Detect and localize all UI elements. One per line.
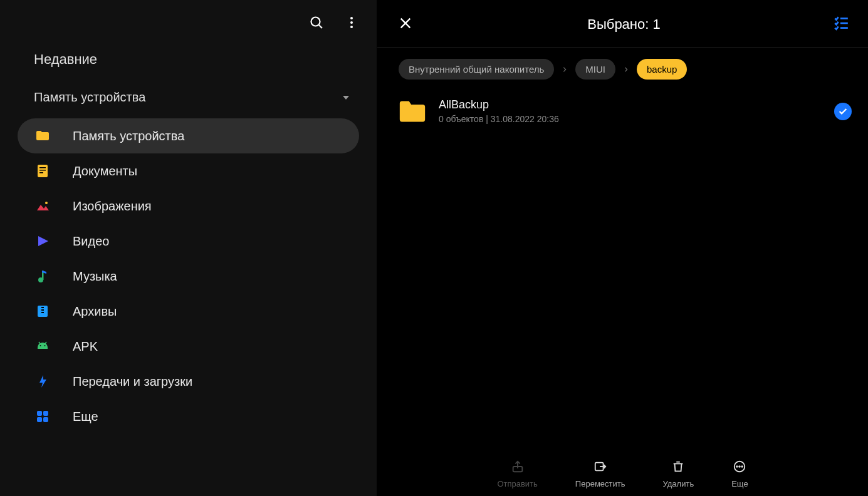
file-list: AllBackup 0 объектов | 31.08.2022 20:36 [377,91,868,448]
svg-line-18 [39,342,40,344]
selection-title: Выбрано: 1 [587,16,660,33]
breadcrumb: Внутренний общий накопитель MIUI backup [377,48,868,91]
close-icon [399,16,412,30]
document-icon [35,163,50,178]
chevron-down-icon [343,96,349,100]
nav-label: Память устройства [73,129,184,143]
nav-label: Видео [73,234,109,249]
svg-rect-20 [37,411,42,416]
svg-point-9 [45,202,48,204]
svg-point-34 [742,466,743,467]
svg-rect-5 [38,165,48,177]
svg-point-17 [44,345,46,346]
search-icon [309,15,324,30]
action-delete[interactable]: Удалить [663,459,694,488]
svg-point-2 [350,17,353,19]
section-title-recent: Недавние [0,40,377,80]
nav-item-storage[interactable]: Память устройства [18,118,359,153]
transfer-icon [35,374,50,389]
move-icon [593,459,608,474]
main-panel: Выбрано: 1 Внутренний общий накопитель M… [377,0,868,496]
grid-icon [35,409,50,424]
folder-icon [35,128,50,143]
svg-rect-13 [41,307,44,308]
sidebar: Недавние Память устройства Память устрой… [0,0,377,496]
more-options-button[interactable] [344,15,359,30]
svg-point-33 [739,466,740,467]
svg-point-0 [311,18,320,26]
nav-list: Память устройства Документы Изображения … [0,115,377,434]
file-info: AllBackup 0 объектов | 31.08.2022 20:36 [439,98,822,124]
action-more[interactable]: Еще [731,459,748,488]
more-icon [732,459,747,474]
checkbox-checked[interactable] [834,103,852,120]
file-name: AllBackup [439,98,822,111]
trash-icon [671,459,686,474]
nav-label: Изображения [73,199,152,214]
android-icon [35,339,50,354]
nav-item-archives[interactable]: Архивы [18,294,359,329]
nav-item-music[interactable]: Музыка [18,259,359,294]
svg-point-32 [736,466,738,467]
select-all-button[interactable] [833,15,849,33]
svg-point-3 [350,21,353,24]
svg-rect-21 [43,411,48,416]
nav-label: Документы [73,164,137,178]
video-icon [35,234,50,249]
breadcrumb-item[interactable]: MIUI [575,59,615,80]
nav-label: APK [73,339,98,354]
main-header: Выбрано: 1 [377,0,868,48]
file-meta: 0 объектов | 31.08.2022 20:36 [439,114,822,124]
action-move[interactable]: Переместить [575,459,625,488]
image-icon [35,199,50,214]
nav-label: Еще [73,410,98,424]
storage-dropdown[interactable]: Память устройства [0,80,377,115]
search-button[interactable] [309,15,324,30]
bottom-action-bar: Отправить Переместить Удалить Еще [377,448,868,496]
action-label: Отправить [497,479,537,488]
nav-item-more[interactable]: Еще [18,399,359,434]
nav-item-transfers[interactable]: Передачи и загрузки [18,364,359,399]
nav-item-videos[interactable]: Видео [18,224,359,259]
breadcrumb-item-current[interactable]: backup [637,59,687,80]
action-label: Еще [731,479,748,488]
action-label: Удалить [663,479,694,488]
svg-line-1 [319,25,322,28]
nav-item-documents[interactable]: Документы [18,153,359,189]
chevron-right-icon [562,65,568,75]
kebab-icon [344,15,359,30]
svg-rect-23 [43,417,48,422]
checklist-icon [833,15,849,31]
action-send[interactable]: Отправить [497,459,537,488]
nav-label: Передачи и загрузки [73,375,192,389]
svg-line-19 [45,342,46,344]
svg-point-16 [40,345,41,346]
checkmark-icon [838,106,848,116]
nav-label: Архивы [73,304,117,319]
breadcrumb-item[interactable]: Внутренний общий накопитель [399,59,554,80]
nav-item-apk[interactable]: APK [18,329,359,364]
svg-rect-14 [41,309,44,311]
action-label: Переместить [575,479,625,488]
share-icon [510,459,525,474]
svg-point-4 [350,26,353,28]
dropdown-label: Память устройства [34,90,145,105]
archive-icon [35,304,50,319]
svg-rect-6 [39,167,46,168]
nav-item-images[interactable]: Изображения [18,189,359,224]
close-button[interactable] [396,14,415,34]
svg-rect-8 [39,172,43,173]
svg-rect-22 [37,417,42,422]
file-row[interactable]: AllBackup 0 объектов | 31.08.2022 20:36 [399,93,852,129]
sidebar-topbar [0,0,377,40]
svg-rect-15 [41,312,44,313]
svg-rect-7 [39,170,46,171]
chevron-right-icon [623,65,629,75]
nav-label: Музыка [73,269,117,284]
folder-icon [399,100,426,123]
music-icon [35,269,50,284]
